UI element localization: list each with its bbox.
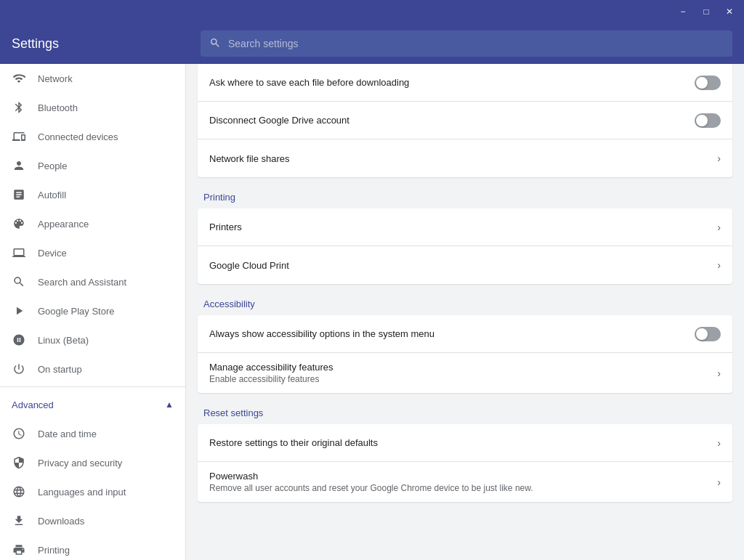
sidebar-item-google-play-store[interactable]: Google Play Store	[0, 296, 185, 325]
sidebar-advanced-section[interactable]: Advanced ▲	[0, 390, 185, 419]
network-file-shares-row[interactable]: Network file shares ›	[198, 139, 732, 177]
manage-accessibility-chevron-icon: ›	[717, 368, 721, 379]
google-cloud-print-chevron-icon: ›	[717, 259, 721, 271]
printers-label: Printers	[209, 222, 717, 232]
powerwash-sublabel: Remove all user accounts and reset your …	[209, 483, 717, 493]
sidebar-item-bluetooth[interactable]: Bluetooth	[0, 93, 185, 122]
ask-where-save-toggle[interactable]	[695, 76, 721, 90]
printing-section-title: Printing	[198, 177, 732, 208]
sidebar-label-network: Network	[38, 73, 174, 84]
titlebar: − □ ✕	[0, 0, 744, 23]
sidebar-label-printing: Printing	[38, 545, 174, 556]
sidebar-divider	[0, 386, 185, 387]
show-accessibility-options-row[interactable]: Always show accessibility options in the…	[198, 315, 732, 353]
network-file-shares-label: Network file shares	[209, 153, 717, 164]
sidebar-item-languages-input[interactable]: Languages and input	[0, 477, 185, 506]
laptop-icon	[12, 245, 26, 260]
show-accessibility-options-label: Always show accessibility options in the…	[209, 328, 695, 339]
sidebar-label-appearance: Appearance	[38, 219, 174, 230]
security-icon	[12, 455, 26, 470]
sidebar-item-on-startup[interactable]: On startup	[0, 354, 185, 384]
ask-where-save-row[interactable]: Ask where to save each file before downl…	[198, 64, 732, 102]
person-icon	[12, 158, 26, 173]
search-bar[interactable]	[201, 31, 732, 57]
sidebar-item-appearance[interactable]: Appearance	[0, 209, 185, 238]
search-icon	[209, 37, 221, 51]
content-area: Ask where to save each file before downl…	[186, 64, 744, 560]
printing-card: Printers › Google Cloud Print ›	[198, 208, 732, 284]
sidebar-item-autofill[interactable]: Autofill	[0, 180, 185, 209]
restore-defaults-chevron-icon: ›	[717, 437, 721, 449]
google-cloud-print-row[interactable]: Google Cloud Print ›	[198, 246, 732, 284]
power-icon	[12, 362, 26, 376]
advanced-chevron-icon: ▲	[165, 399, 174, 410]
close-button[interactable]: ✕	[718, 0, 741, 23]
manage-accessibility-row[interactable]: Manage accessibility features Enable acc…	[198, 353, 732, 393]
sidebar-label-on-startup: On startup	[38, 364, 174, 375]
powerwash-row[interactable]: Powerwash Remove all user accounts and r…	[198, 462, 732, 502]
sidebar-label-linux-beta: Linux (Beta)	[38, 335, 174, 346]
advanced-label: Advanced	[12, 399, 153, 410]
restore-defaults-label: Restore settings to their original defau…	[209, 437, 717, 448]
accessibility-card: Always show accessibility options in the…	[198, 315, 732, 393]
sidebar-label-bluetooth: Bluetooth	[38, 102, 174, 113]
powerwash-chevron-icon: ›	[717, 476, 721, 488]
sidebar-label-device: Device	[38, 248, 174, 259]
sidebar-label-search-assistant: Search and Assistant	[38, 277, 174, 288]
palette-icon	[12, 216, 26, 231]
sidebar-label-people: People	[38, 161, 174, 171]
manage-accessibility-label: Manage accessibility features	[209, 362, 717, 373]
language-icon	[12, 484, 26, 499]
minimize-button[interactable]: −	[671, 0, 695, 23]
printers-chevron-icon: ›	[717, 222, 721, 233]
sidebar-item-people[interactable]: People	[0, 151, 185, 180]
disconnect-drive-label: Disconnect Google Drive account	[209, 115, 695, 126]
maximize-button[interactable]: □	[695, 0, 718, 23]
manage-accessibility-sublabel: Enable accessibility features	[209, 374, 717, 384]
wifi-icon	[12, 71, 26, 86]
devices-icon	[12, 129, 26, 144]
sidebar: Network Bluetooth Connected devices Peop…	[0, 64, 186, 560]
sidebar-item-privacy-security[interactable]: Privacy and security	[0, 448, 185, 477]
network-file-shares-chevron-icon: ›	[717, 153, 721, 164]
sidebar-label-date-time: Date and time	[38, 429, 174, 439]
reset-settings-section-title: Reset settings	[198, 393, 732, 424]
sidebar-item-downloads[interactable]: Downloads	[0, 506, 185, 535]
sidebar-label-connected-devices: Connected devices	[38, 131, 174, 142]
bluetooth-icon	[12, 100, 26, 115]
disconnect-drive-row[interactable]: Disconnect Google Drive account	[198, 102, 732, 139]
search-input[interactable]	[228, 38, 724, 49]
show-accessibility-options-toggle[interactable]	[695, 327, 721, 341]
powerwash-label: Powerwash	[209, 471, 717, 482]
sidebar-label-privacy-security: Privacy and security	[38, 458, 174, 468]
printers-row[interactable]: Printers ›	[198, 208, 732, 246]
accessibility-section-title: Accessibility	[198, 284, 732, 315]
sidebar-label-downloads: Downloads	[38, 516, 174, 527]
sidebar-item-linux-beta[interactable]: Linux (Beta)	[0, 325, 185, 354]
downloads-card: Ask where to save each file before downl…	[198, 64, 732, 177]
page-title: Settings	[12, 36, 186, 52]
sidebar-item-date-time[interactable]: Date and time	[0, 419, 185, 448]
restore-defaults-row[interactable]: Restore settings to their original defau…	[198, 424, 732, 462]
sidebar-item-network[interactable]: Network	[0, 64, 185, 93]
sidebar-label-autofill: Autofill	[38, 190, 174, 200]
print-icon	[12, 543, 26, 557]
reset-settings-card: Restore settings to their original defau…	[198, 424, 732, 502]
search-icon	[12, 275, 26, 289]
sidebar-label-google-play-store: Google Play Store	[38, 306, 174, 317]
sidebar-item-connected-devices[interactable]: Connected devices	[0, 122, 185, 151]
google-cloud-print-label: Google Cloud Print	[209, 260, 717, 271]
sidebar-label-languages-input: Languages and input	[38, 487, 174, 498]
header: Settings	[0, 23, 744, 64]
ask-where-save-label: Ask where to save each file before downl…	[209, 77, 695, 88]
sidebar-item-search-assistant[interactable]: Search and Assistant	[0, 267, 185, 296]
disconnect-drive-toggle[interactable]	[695, 113, 721, 128]
sidebar-item-device[interactable]: Device	[0, 238, 185, 267]
download-icon	[12, 514, 26, 528]
play-icon	[12, 304, 26, 318]
clock-icon	[12, 426, 26, 441]
autofill-icon	[12, 187, 26, 202]
linux-icon	[12, 333, 26, 347]
main-layout: Network Bluetooth Connected devices Peop…	[0, 64, 744, 560]
sidebar-item-printing[interactable]: Printing	[0, 535, 185, 560]
